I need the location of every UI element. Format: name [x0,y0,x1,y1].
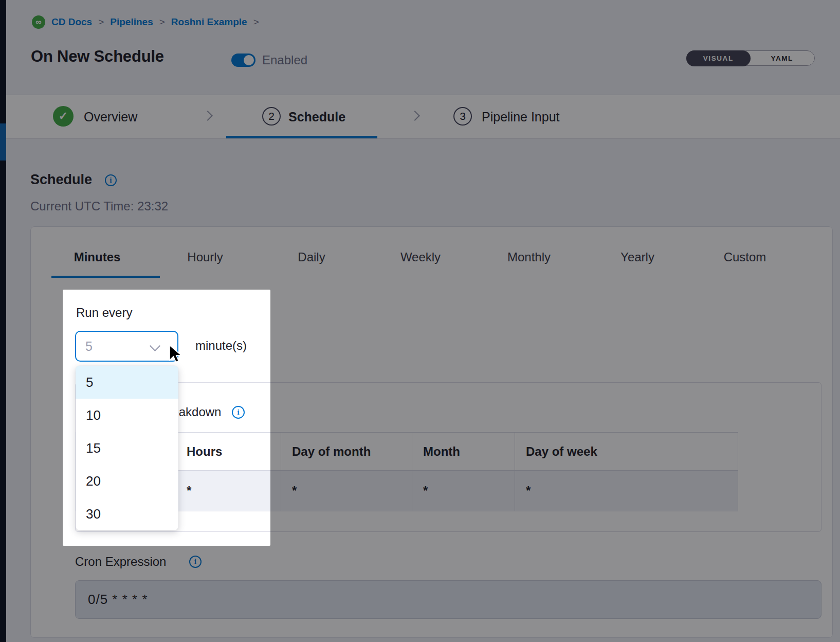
tab-monthly[interactable]: Monthly [507,250,551,264]
tab-hourly[interactable]: Hourly [187,250,223,264]
dropdown-option-5[interactable]: 5 [76,366,178,399]
step-pipeline-input[interactable]: Pipeline Input [482,110,560,124]
info-icon[interactable]: i [232,406,245,419]
chevron-right-icon [410,111,420,121]
current-utc-time: Current UTC Time: 23:32 [30,199,168,213]
wizard-steps-bar: ✓ Overview 2 Schedule 3 Pipeline Input [6,95,840,139]
toggle-knob [244,55,254,65]
chevron-right-icon [203,111,213,121]
cell-hours: * [175,471,281,511]
left-nav-active-item[interactable] [0,123,6,160]
visual-yaml-toggle: VISUAL YAML [686,50,815,66]
left-nav-rail [0,0,6,642]
breadcrumb-separator: > [98,16,104,28]
header-month: Month [412,433,515,470]
step-complete-check-icon: ✓ [53,106,74,127]
dropdown-option-30[interactable]: 30 [76,497,178,530]
active-tab-underline [51,276,160,278]
breadcrumb-link-cd-docs[interactable]: CD Docs [51,16,92,28]
tab-minutes[interactable]: Minutes [74,250,121,264]
dropdown-option-10[interactable]: 10 [76,399,178,432]
cell-day-of-month: * [281,471,412,511]
dropdown-option-15[interactable]: 15 [76,432,178,465]
header-hours: Hours [175,433,281,470]
breadcrumb-link-pipelines[interactable]: Pipelines [110,16,153,28]
info-icon[interactable]: i [189,556,202,568]
breadcrumb: ∞ CD Docs > Pipelines > Roshni Example > [32,15,259,29]
breadcrumb-separator: > [159,16,165,28]
header-day-of-week: Day of week [515,433,738,470]
step-schedule[interactable]: Schedule [288,110,345,124]
enabled-label: Enabled [262,53,307,67]
tab-daily[interactable]: Daily [298,250,325,264]
breadcrumb-link-roshni-example[interactable]: Roshni Example [171,16,247,28]
yaml-toggle-button[interactable]: YAML [750,51,815,65]
cell-month: * [412,471,515,511]
chevron-down-icon [150,341,160,351]
info-icon[interactable]: i [105,174,117,186]
cell-day-of-week: * [515,471,738,511]
step-3-circle: 3 [453,107,472,126]
tab-yearly[interactable]: Yearly [620,250,654,264]
enabled-toggle[interactable] [231,53,255,67]
schedule-section-heading: Schedule [30,172,92,188]
minutes-select-value: 5 [85,339,93,354]
run-every-label: Run every [76,306,132,320]
dropdown-option-20[interactable]: 20 [76,465,178,497]
minutes-dropdown-menu: 5 10 15 20 30 [76,366,178,530]
tab-custom[interactable]: Custom [724,250,766,264]
cron-expression-input[interactable]: 0/5 * * * * [75,580,821,619]
minutes-unit-label: minute(s) [195,338,247,353]
visual-toggle-button[interactable]: VISUAL [686,50,751,66]
tab-weekly[interactable]: Weekly [400,250,441,264]
breadcrumb-separator: > [253,16,259,28]
step-overview[interactable]: Overview [84,110,137,124]
header-day-of-month: Day of month [281,433,412,470]
step-2-circle: 2 [262,107,281,126]
active-step-underline [226,136,377,138]
cron-expression-label: Cron Expression [75,555,166,569]
minutes-select[interactable]: 5 [75,331,178,362]
cd-module-icon: ∞ [32,15,45,29]
page-title: On New Schedule [31,47,164,66]
